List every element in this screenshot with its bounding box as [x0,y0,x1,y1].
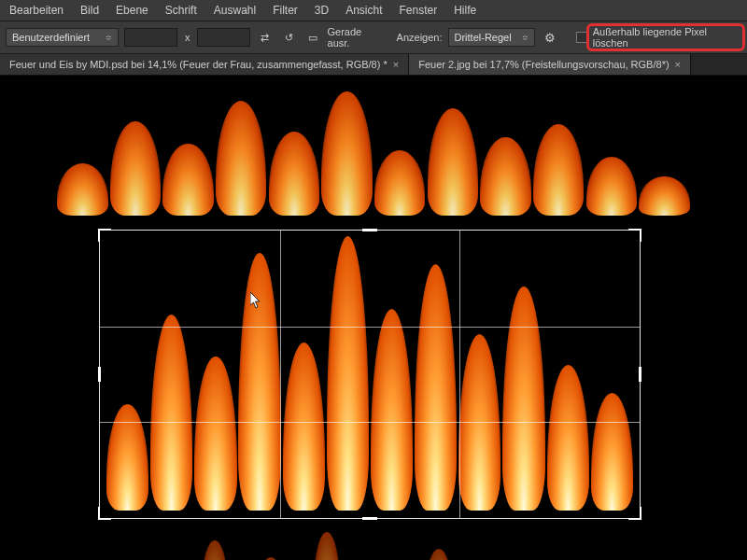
options-bar: Benutzerdefiniert ≎ x ⇄ ↺ ▭ Gerade ausr.… [0,21,747,54]
close-icon[interactable]: × [393,59,399,70]
menu-fenster[interactable]: Fenster [400,4,438,17]
canvas-image-background [56,85,691,216]
crop-handle-top[interactable] [362,229,377,231]
menu-filter[interactable]: Filter [273,4,298,17]
close-icon[interactable]: × [675,59,681,70]
menu-bild[interactable]: Bild [80,4,99,17]
canvas-image-background [131,524,467,560]
menubar: Bearbeiten Bild Ebene Schrift Auswahl Fi… [0,0,747,21]
document-tab-label: Feuer und Eis by MDI.psd bei 14,1% (Feue… [9,59,388,70]
crop-grid-line [100,327,640,328]
show-label: Anzeigen: [397,32,443,43]
menu-hilfe[interactable]: Hilfe [454,4,476,17]
overlay-value: Drittel-Regel [455,32,512,43]
menu-schrift[interactable]: Schrift [165,4,197,17]
menu-auswahl[interactable]: Auswahl [214,4,256,17]
crop-settings-button[interactable]: ⚙ [541,28,559,47]
delete-outside-checkbox[interactable] [576,32,587,43]
crop-width-input[interactable] [124,28,177,47]
canvas-area[interactable] [0,76,747,560]
dimension-separator: x [183,32,192,43]
crop-handle-left[interactable] [98,367,101,382]
crop-box[interactable] [99,230,641,519]
crop-preset-label: Benutzerdefiniert [12,32,90,43]
crop-grid-line [459,231,460,518]
crop-handle-bottom[interactable] [362,517,377,520]
crop-grid-line [280,231,281,518]
straighten-icon[interactable]: ▭ [303,28,322,47]
menu-ebene[interactable]: Ebene [116,4,148,17]
crop-height-input[interactable] [197,28,250,47]
document-tab-label: Feuer 2.jpg bei 17,7% (Freistellungsvors… [418,59,669,70]
document-tabs: Feuer und Eis by MDI.psd bei 14,1% (Feue… [0,54,747,76]
document-tab-2[interactable]: Feuer 2.jpg bei 17,7% (Freistellungsvors… [409,54,691,75]
menu-ansicht[interactable]: Ansicht [345,4,382,17]
chevron-down-icon: ≎ [522,34,529,42]
crop-image [100,231,640,518]
menu-3d[interactable]: 3D [315,4,329,17]
chevron-down-icon: ≎ [106,34,112,42]
straighten-label[interactable]: Gerade ausr. [328,26,386,49]
crop-handle-right[interactable] [639,367,641,382]
swap-dimensions-button[interactable]: ⇄ [256,28,275,47]
crop-preset-dropdown[interactable]: Benutzerdefiniert ≎ [6,28,119,47]
reset-button[interactable]: ↺ [280,28,299,47]
menu-bearbeiten[interactable]: Bearbeiten [9,4,63,17]
delete-outside-label[interactable]: Außerhalb liegende Pixel löschen [593,26,741,49]
crop-grid-line [100,422,640,423]
overlay-dropdown[interactable]: Drittel-Regel ≎ [448,28,536,47]
document-tab-1[interactable]: Feuer und Eis by MDI.psd bei 14,1% (Feue… [0,54,409,75]
